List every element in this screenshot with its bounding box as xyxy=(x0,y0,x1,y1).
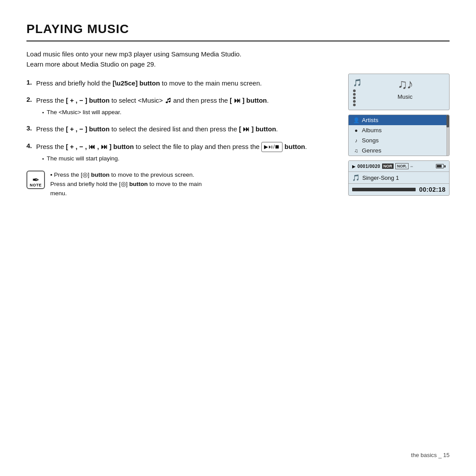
artists-label: Artists xyxy=(362,117,379,123)
albums-label: Albums xyxy=(362,127,382,134)
time-display: 00:02:18 xyxy=(419,186,446,193)
note-block: ✒ NOTE ▪ Press the [◎] button to move to… xyxy=(26,171,335,198)
menu-genres: ♫ Genres xyxy=(349,145,449,156)
albums-icon: ● xyxy=(353,127,359,134)
play-icon: ▶ xyxy=(352,164,356,169)
page-title: PLAYING MUSIC xyxy=(26,22,450,36)
song-label: Singer-Song 1 xyxy=(362,175,399,181)
step-2-sub: The <Music> list will appear. xyxy=(42,108,335,117)
device-screens: 🎵 ♫♪ Music 👤 Artists xyxy=(348,74,450,196)
dot3 xyxy=(353,97,356,99)
step-3-content: Press the [ + , − ] button to select the… xyxy=(36,124,335,134)
dot2 xyxy=(353,93,356,96)
step-1-num: 1. xyxy=(26,78,36,86)
menu-songs: ♪ Songs xyxy=(349,135,449,145)
screen3-top: ▶ 0001/0020 NOR NOR. ⎓ xyxy=(349,161,449,172)
screen1-right: ♫♪ Music xyxy=(365,78,445,100)
note-icon: ✒ NOTE xyxy=(26,171,45,189)
track-counter: 0001/0020 xyxy=(357,164,380,169)
song-icon: 🎵 xyxy=(352,174,360,181)
step-4: 4. Press the [ + , − , ⏮ , ⏭ ] button to… xyxy=(26,141,335,164)
battery-icon xyxy=(436,164,446,168)
instructions: 1. Press and briefly hold the [\u25ce] b… xyxy=(26,78,335,198)
screen1-left: 🎵 xyxy=(353,78,362,106)
intro-line2: Learn more about Media Studio on page 29… xyxy=(26,60,156,68)
step-4-content: Press the [ + , − , ⏮ , ⏭ ] button to se… xyxy=(36,141,335,164)
step-4-num: 4. xyxy=(26,141,36,149)
step-3-num: 3. xyxy=(26,124,36,132)
step-2-num: 2. xyxy=(26,95,36,103)
step-3: 3. Press the [ + , − ] button to select … xyxy=(26,124,335,134)
screen2: 👤 Artists ● Albums ♪ Songs ♫ Genres xyxy=(348,115,450,156)
note-text: ▪ Press the [◎] button to move to the pr… xyxy=(50,171,202,198)
title-divider xyxy=(26,41,450,41)
step-2: 2. Press the [ + , − ] button to select … xyxy=(26,95,335,117)
step-2-content: Press the [ + , − ] button to select <Mu… xyxy=(36,95,335,117)
menu-artists: 👤 Artists xyxy=(349,115,449,125)
screen1: 🎵 ♫♪ Music xyxy=(348,74,450,110)
step-4-sub: The music will start playing. xyxy=(42,154,335,164)
note-label: NOTE xyxy=(30,183,41,187)
progress-bar xyxy=(352,188,416,191)
intro-line1: Load music files onto your new mp3 playe… xyxy=(26,50,242,58)
genres-icon: ♫ xyxy=(353,148,359,154)
footer: the basics _ 15 xyxy=(411,452,450,458)
step-1-content: Press and briefly hold the [\u25ce] butt… xyxy=(36,78,335,88)
screen3-song: 🎵 Singer-Song 1 xyxy=(349,172,449,184)
tag-nor2: NOR. xyxy=(395,163,409,169)
genres-label: Genres xyxy=(362,147,381,154)
menu-albums: ● Albums xyxy=(349,125,449,135)
songs-icon: ♪ xyxy=(353,138,359,144)
footer-text: the basics _ 15 xyxy=(411,452,450,458)
artists-icon: 👤 xyxy=(353,117,359,123)
step-1: 1. Press and briefly hold the [\u25ce] b… xyxy=(26,78,335,88)
screen3-progress: 00:02:18 xyxy=(349,184,449,195)
content-area: 1. Press and briefly hold the [\u25ce] b… xyxy=(26,78,450,198)
dot1 xyxy=(353,89,356,92)
screen1-label: Music xyxy=(398,93,413,100)
tag-nor1: NOR xyxy=(382,164,394,169)
music-decoration: ♫♪ xyxy=(398,78,413,91)
dot4 xyxy=(353,100,356,103)
battery-tag: ⎓ xyxy=(410,164,413,169)
dot5 xyxy=(353,104,356,106)
intro-text: Load music files onto your new mp3 playe… xyxy=(26,49,450,69)
page: PLAYING MUSIC Load music files onto your… xyxy=(0,0,476,476)
music-folder-icon: 🎵 xyxy=(353,78,362,87)
screen3: ▶ 0001/0020 NOR NOR. ⎓ 🎵 Singer-Song 1 xyxy=(348,160,450,196)
songs-label: Songs xyxy=(362,137,379,144)
